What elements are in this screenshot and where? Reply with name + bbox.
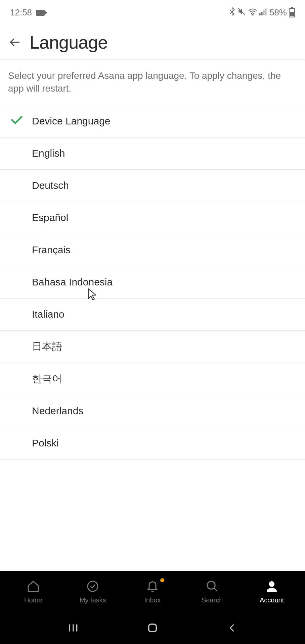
system-nav: [0, 612, 305, 644]
language-label: Français: [32, 244, 71, 256]
recents-button[interactable]: [60, 620, 87, 636]
search-icon: [206, 579, 219, 594]
nav-account[interactable]: Account: [242, 579, 302, 604]
language-item-deutsch[interactable]: Deutsch: [0, 170, 305, 202]
cursor-icon: [87, 288, 97, 302]
status-time: 12:58: [10, 7, 32, 18]
bluetooth-icon: [229, 7, 235, 18]
status-bar: 12:58: [0, 0, 305, 25]
svg-rect-3: [261, 12, 263, 15]
language-item-nederlands[interactable]: Nederlands: [0, 395, 305, 427]
language-item-italiano[interactable]: Italiano: [0, 299, 305, 331]
page-title: Language: [30, 32, 107, 53]
svg-point-11: [269, 581, 275, 587]
arrow-left-icon: [8, 36, 21, 49]
nav-home[interactable]: Home: [3, 579, 63, 604]
language-label: 한국어: [32, 372, 62, 386]
nav-label: My tasks: [80, 596, 106, 604]
language-item-polski[interactable]: Polski: [0, 427, 305, 460]
person-icon: [265, 579, 278, 594]
language-label: Español: [32, 212, 68, 223]
language-item-korean[interactable]: 한국어: [0, 363, 305, 395]
mute-vibrate-icon: [237, 7, 246, 18]
language-list: Device Language English Deutsch Español …: [0, 105, 305, 571]
nav-search[interactable]: Search: [182, 579, 242, 604]
svg-line-10: [214, 588, 217, 591]
language-item-device-language[interactable]: Device Language: [0, 105, 305, 138]
svg-rect-4: [263, 10, 265, 15]
nav-label: Home: [24, 596, 42, 604]
language-label: Deutsch: [32, 180, 69, 191]
svg-point-9: [207, 581, 215, 589]
app-header: Language: [0, 25, 305, 59]
bell-icon: [146, 579, 159, 594]
battery-icon: [289, 8, 295, 17]
language-item-english[interactable]: English: [0, 138, 305, 170]
video-recording-icon: [36, 10, 45, 16]
language-item-espanol[interactable]: Español: [0, 202, 305, 234]
nav-label: Account: [260, 596, 284, 604]
language-label: 日本語: [32, 340, 62, 354]
language-label: Device Language: [32, 115, 111, 127]
language-label: English: [32, 148, 65, 159]
bottom-nav: Home My tasks Inbox: [0, 571, 305, 612]
home-button[interactable]: [139, 620, 166, 636]
wifi-icon: [248, 7, 257, 18]
nav-my-tasks[interactable]: My tasks: [63, 579, 123, 604]
language-label: Nederlands: [32, 405, 83, 417]
nav-inbox[interactable]: Inbox: [123, 579, 182, 604]
notification-badge-icon: [160, 578, 164, 582]
check-icon: [10, 115, 24, 128]
language-item-bahasa-indonesia[interactable]: Bahasa Indonesia: [0, 266, 305, 299]
check-circle-icon: [86, 579, 99, 594]
svg-rect-15: [149, 624, 157, 632]
back-button[interactable]: [8, 36, 21, 49]
language-item-francais[interactable]: Français: [0, 234, 305, 266]
language-label: Polski: [32, 437, 59, 449]
language-label: Bahasa Indonesia: [32, 276, 113, 288]
svg-rect-2: [259, 13, 261, 15]
home-icon: [27, 579, 40, 594]
nav-label: Inbox: [144, 596, 161, 604]
signal-icon: [259, 7, 267, 18]
language-item-japanese[interactable]: 日本語: [0, 331, 305, 363]
battery-percent: 58%: [269, 7, 287, 18]
page-description: Select your preferred Asana app language…: [0, 59, 305, 105]
svg-point-1: [252, 14, 253, 15]
language-label: Italiano: [32, 309, 64, 320]
svg-point-7: [88, 581, 98, 591]
system-back-button[interactable]: [218, 620, 245, 636]
nav-label: Search: [202, 596, 223, 604]
svg-rect-5: [265, 8, 267, 15]
